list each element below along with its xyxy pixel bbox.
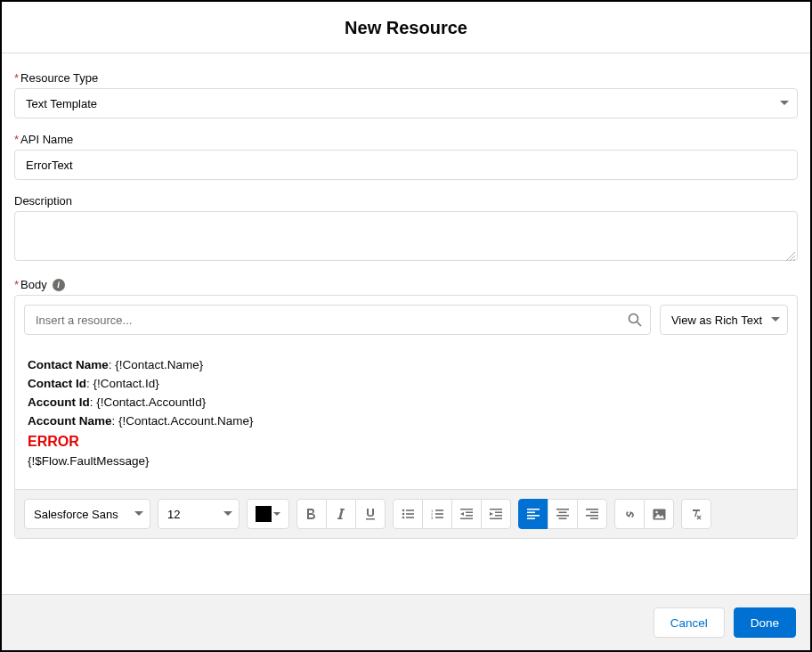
text-color-button[interactable]	[247, 499, 289, 529]
svg-rect-28	[556, 515, 569, 517]
align-center-button[interactable]	[548, 499, 578, 529]
align-left-button[interactable]	[518, 499, 548, 529]
editor-content-area[interactable]: Contact Name: {!Contact.Name} Contact Id…	[15, 344, 797, 489]
svg-rect-14	[460, 509, 473, 510]
svg-rect-3	[406, 510, 414, 512]
svg-rect-25	[527, 518, 535, 520]
search-icon	[628, 313, 642, 327]
list-indent-group: 123	[393, 499, 511, 529]
svg-rect-18	[490, 509, 502, 510]
link-button[interactable]	[614, 499, 645, 529]
modal-header: New Resource	[2, 2, 810, 53]
svg-line-1	[637, 322, 641, 327]
svg-point-0	[629, 314, 637, 323]
description-textarea[interactable]	[14, 211, 798, 261]
align-right-button[interactable]	[577, 499, 607, 529]
text-style-group	[296, 499, 386, 529]
svg-rect-22	[527, 509, 540, 510]
body-label: *Body i	[14, 278, 798, 291]
svg-rect-19	[495, 512, 502, 514]
svg-rect-21	[490, 518, 502, 520]
numbered-list-button[interactable]: 123	[422, 499, 452, 529]
new-resource-modal: New Resource *Resource Type Text Templat…	[0, 0, 812, 652]
resource-type-select[interactable]: Text Template	[14, 88, 798, 118]
align-group	[518, 499, 607, 529]
cancel-button[interactable]: Cancel	[654, 607, 725, 638]
chevron-down-icon	[273, 512, 280, 517]
editor-top-bar: View as Rich Text	[15, 296, 797, 344]
info-icon[interactable]: i	[53, 279, 65, 291]
modal-footer: Cancel Done	[2, 594, 810, 650]
svg-rect-30	[586, 509, 598, 510]
body-field: *Body i View as Rich Text	[14, 278, 798, 539]
svg-rect-13	[435, 518, 443, 519]
view-mode-button[interactable]: View as Rich Text	[660, 305, 788, 335]
api-name-label: *API Name	[14, 133, 798, 146]
modal-content: *Resource Type Text Template *API Name D…	[2, 53, 810, 594]
italic-button[interactable]	[326, 499, 356, 529]
svg-point-2	[402, 509, 405, 512]
svg-rect-9	[435, 510, 443, 512]
editor-toolbar: Salesforce Sans 12	[15, 489, 797, 538]
api-name-field: *API Name	[14, 133, 798, 180]
resource-type-label: *Resource Type	[14, 71, 798, 85]
svg-rect-16	[466, 515, 473, 517]
svg-rect-24	[527, 515, 540, 517]
insert-group	[614, 499, 674, 529]
bullet-list-button[interactable]	[393, 499, 423, 529]
image-button[interactable]	[644, 499, 674, 529]
rich-text-editor: View as Rich Text Contact Name: {!Contac…	[14, 295, 798, 539]
svg-point-4	[402, 513, 405, 516]
svg-rect-23	[527, 512, 535, 514]
svg-rect-33	[590, 518, 598, 520]
svg-rect-32	[586, 515, 598, 517]
svg-rect-20	[495, 515, 502, 517]
description-field: Description	[14, 194, 798, 264]
insert-resource-input[interactable]	[24, 305, 651, 335]
svg-rect-27	[559, 512, 567, 514]
resource-type-field: *Resource Type Text Template	[14, 71, 798, 118]
description-label: Description	[14, 194, 798, 208]
done-button[interactable]: Done	[734, 607, 796, 638]
font-family-select[interactable]: Salesforce Sans	[24, 499, 150, 529]
font-size-select[interactable]: 12	[158, 499, 240, 529]
bold-button[interactable]	[296, 499, 327, 529]
indent-button[interactable]	[481, 499, 511, 529]
svg-rect-17	[460, 518, 473, 520]
svg-rect-29	[559, 518, 567, 520]
svg-rect-15	[466, 512, 473, 514]
svg-rect-7	[406, 518, 414, 519]
color-swatch	[256, 506, 272, 522]
outdent-button[interactable]	[451, 499, 482, 529]
svg-rect-31	[590, 512, 598, 514]
underline-button[interactable]	[355, 499, 386, 529]
svg-point-35	[655, 511, 658, 514]
svg-point-6	[402, 517, 405, 519]
svg-rect-26	[556, 509, 569, 510]
modal-title: New Resource	[2, 18, 810, 38]
svg-rect-11	[435, 514, 443, 516]
chevron-down-icon	[771, 317, 780, 322]
svg-rect-5	[406, 514, 414, 516]
api-name-input[interactable]	[14, 150, 798, 180]
clear-formatting-button[interactable]	[681, 499, 711, 529]
svg-text:3: 3	[431, 516, 434, 520]
